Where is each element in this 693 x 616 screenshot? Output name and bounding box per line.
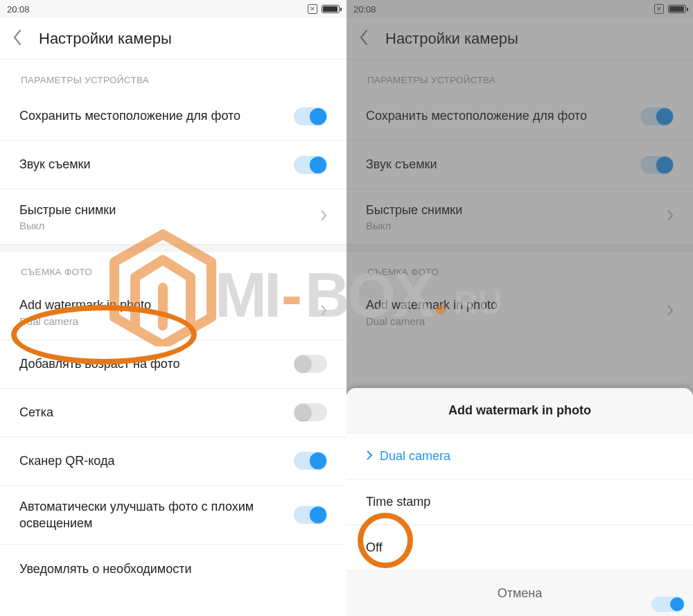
screen-left: 20:08 ✕ Настройки камеры ПАРАМЕТРЫ УСТРО… (0, 0, 346, 616)
battery-icon (322, 5, 340, 13)
screen-right: 20:08 ✕ Настройки камеры ПАРАМЕТРЫ УСТРО… (346, 0, 693, 616)
chevron-right-icon (320, 210, 327, 224)
label-save-location: Сохранить местоположение для фото (19, 107, 287, 124)
value-quick-shots: Выкл (19, 220, 313, 231)
dialog-watermark: Add watermark in photo Dual camera Time … (346, 388, 693, 616)
toggle-qr[interactable] (294, 452, 327, 470)
label-auto-enhance: Автоматически улучшать фото с плохим осв… (19, 498, 287, 532)
label-grid: Сетка (19, 404, 287, 421)
row-shutter-sound[interactable]: Звук съемки (0, 141, 346, 189)
dialog-option-label: Time stamp (366, 495, 430, 509)
page-header: Настройки камеры (0, 18, 346, 60)
label-watermark: Add watermark in photo (19, 297, 313, 313)
chevron-right-icon (320, 305, 327, 319)
row-grid[interactable]: Сетка (0, 389, 346, 437)
label-qr: Сканер QR-кода (19, 452, 287, 469)
section-photo-title: СЪЕМКА ФОТО (0, 252, 346, 284)
dialog-option-dual-camera[interactable]: Dual camera (346, 434, 693, 479)
back-icon[interactable] (12, 29, 24, 49)
row-auto-enhance[interactable]: Автоматически улучшать фото с плохим осв… (0, 486, 346, 545)
toggle-save-location[interactable] (294, 107, 327, 125)
label-age: Добавлять возраст на фото (19, 355, 287, 372)
status-time: 20:08 (7, 4, 30, 15)
toggle-auto-enhance[interactable] (294, 506, 327, 524)
row-qr[interactable]: Сканер QR-кода (0, 437, 346, 486)
status-bar: 20:08 ✕ (0, 0, 346, 18)
dialog-option-label: Dual camera (380, 449, 450, 464)
page-title: Настройки камеры (39, 30, 172, 48)
chevron-right-icon (366, 449, 373, 464)
toggle-grid[interactable] (294, 403, 327, 421)
dialog-option-off[interactable]: Off (346, 525, 693, 571)
toggle-age[interactable] (294, 355, 327, 373)
dialog-title: Add watermark in photo (346, 388, 693, 434)
row-notify[interactable]: Уведомлять о необходимости (0, 545, 346, 593)
toggle-shutter-sound[interactable] (294, 156, 327, 174)
section-divider (0, 245, 346, 252)
close-box-icon: ✕ (308, 4, 317, 14)
dialog-cancel-button[interactable]: Отмена (346, 571, 693, 616)
row-age[interactable]: Добавлять возраст на фото (0, 340, 346, 389)
row-save-location[interactable]: Сохранить местоположение для фото (0, 92, 346, 141)
toggle-peek (651, 597, 685, 612)
row-watermark[interactable]: Add watermark in photo Dual camera (0, 284, 346, 340)
row-quick-shots[interactable]: Быстрые снимки Выкл (0, 189, 346, 245)
dialog-option-time-stamp[interactable]: Time stamp (346, 479, 693, 525)
label-shutter-sound: Звук съемки (19, 156, 287, 173)
label-quick-shots: Быстрые снимки (19, 202, 313, 218)
value-watermark: Dual camera (19, 315, 313, 327)
section-device-title: ПАРАМЕТРЫ УСТРОЙСТВА (0, 60, 346, 92)
dialog-option-label: Off (366, 540, 383, 555)
label-notify: Уведомлять о необходимости (19, 561, 320, 577)
